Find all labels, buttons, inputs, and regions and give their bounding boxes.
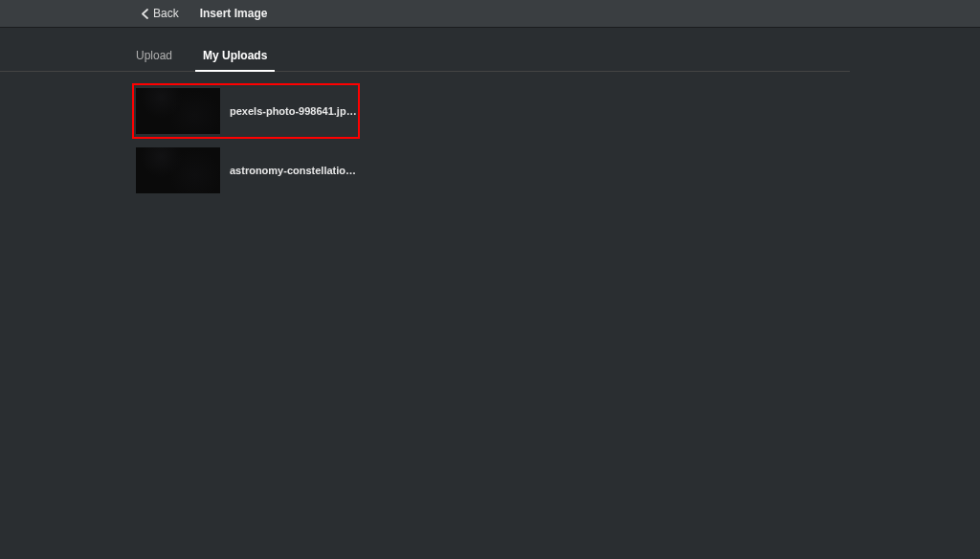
tabs: Upload My Uploads — [0, 28, 850, 72]
filename: astronomy-constellation-dark-998641.jpg — [230, 165, 360, 176]
tab-label: Upload — [136, 49, 172, 62]
header-bar: Back Insert Image — [0, 0, 980, 28]
upload-item[interactable]: astronomy-constellation-dark-998641.jpg — [132, 143, 360, 198]
thumbnail — [136, 147, 220, 193]
thumbnail — [136, 88, 220, 134]
upload-item[interactable]: pexels-photo-998641.jpeg — [132, 83, 360, 139]
tab-label: My Uploads — [203, 49, 267, 62]
uploads-list: pexels-photo-998641.jpeg astronomy-const… — [0, 72, 980, 198]
back-button[interactable]: Back — [142, 7, 179, 20]
page-title: Insert Image — [200, 7, 268, 20]
tab-my-uploads[interactable]: My Uploads — [199, 41, 271, 71]
chevron-left-icon — [142, 9, 148, 19]
back-label: Back — [153, 7, 179, 20]
tab-upload[interactable]: Upload — [132, 41, 176, 71]
filename: pexels-photo-998641.jpeg — [230, 105, 358, 117]
